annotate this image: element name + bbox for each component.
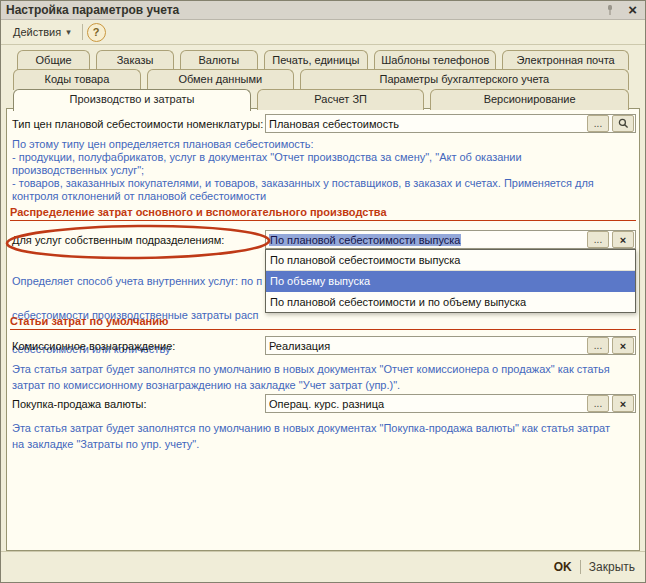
pin-icon[interactable] (603, 3, 617, 17)
tab-row-3: Производство и затраты Расчет ЗП Версион… (1, 89, 645, 109)
tab-elektronnaya-pochta[interactable]: Электронная почта (502, 50, 629, 70)
commission-help-text: Эта статья затрат будет заполнятся по ум… (12, 361, 631, 393)
settings-dialog: Настройка параметров учета × Действия ▾ … (0, 0, 646, 583)
tab-row-2: Коды товара Обмен данными Параметры бухг… (1, 69, 645, 89)
price-type-help-text: По этому типу цен определяется плановая … (12, 138, 631, 203)
magnifier-icon[interactable] (612, 115, 634, 132)
tab-versionirovanie[interactable]: Версионирование (430, 89, 629, 110)
dropdown-option[interactable]: По плановой себестоимости выпуска (266, 250, 635, 271)
tab-raschet-zp[interactable]: Расчет ЗП (257, 89, 424, 110)
tab-panel-production-costs: Тип цен плановой себестоимости номенклат… (6, 108, 640, 551)
footer-separator (580, 560, 581, 574)
tab-row-1: Общие Заказы Валюты Печать, единицы Шабл… (1, 50, 645, 69)
own-services-dropdown-list: По плановой себестоимости выпуска По объ… (265, 249, 636, 313)
own-services-help-line: Определяет способ учета внутренних услуг… (12, 273, 264, 290)
currency-label: Покупка-продажа валюты: (12, 398, 147, 410)
tab-zakazy[interactable]: Заказы (96, 50, 174, 70)
dropdown-option-highlighted[interactable]: По объему выпуска (266, 271, 635, 292)
commission-value: Реализация (269, 340, 585, 352)
currency-clear-button[interactable]: × (612, 395, 634, 412)
window-title: Настройка параметров учета (6, 3, 603, 17)
toolbar: Действия ▾ ? (1, 20, 645, 45)
price-type-value: Плановая себестоимость (269, 118, 585, 130)
tab-kody-tovara[interactable]: Коды товара (13, 69, 141, 90)
actions-menu-button[interactable]: Действия ▾ (6, 23, 78, 41)
dropdown-option[interactable]: По плановой себестоимости и по объему вы… (266, 292, 635, 312)
actions-label: Действия (13, 26, 61, 38)
tab-shablony-telefonov[interactable]: Шаблоны телефонов (374, 50, 496, 70)
tab-obshchie[interactable]: Общие (17, 50, 90, 70)
own-services-select-button[interactable]: ... (587, 231, 609, 248)
own-services-value: По плановой себестоимости выпуска (269, 234, 461, 246)
currency-help-text: Эта статья затрат будет заполнятся по ум… (12, 420, 631, 452)
tab-pechat-edinitsy[interactable]: Печать, единицы (264, 50, 368, 70)
currency-value: Операц. курс. разница (269, 398, 585, 410)
toolbar-separator (82, 24, 83, 40)
close-button[interactable]: Закрыть (589, 560, 635, 574)
own-services-combo-input[interactable]: По плановой себестоимости выпуска ... × (265, 230, 636, 249)
tab-obmen-dannymi[interactable]: Обмен данными (147, 69, 294, 90)
commission-label: Комиссионное вознаграждение: (12, 340, 175, 352)
help-button[interactable]: ? (87, 23, 106, 42)
tab-proizvodstvo-i-zatraty[interactable]: Производство и затраты (13, 89, 251, 111)
footer: OK Закрыть (1, 551, 645, 582)
price-type-input[interactable]: Плановая себестоимость ... (265, 114, 636, 133)
chevron-down-icon: ▾ (66, 27, 71, 37)
commission-select-button[interactable]: ... (587, 337, 609, 354)
commission-clear-button[interactable]: × (612, 337, 634, 354)
currency-select-button[interactable]: ... (587, 395, 609, 412)
currency-input[interactable]: Операц. курс. разница ... × (265, 394, 636, 413)
own-services-label: Для услуг собственным подразделениям: (12, 234, 224, 246)
price-type-select-button[interactable]: ... (587, 115, 609, 132)
tab-parametry-bukhgalterskogo-ucheta[interactable]: Параметры бухгалтерского учета (300, 69, 629, 90)
commission-input[interactable]: Реализация ... × (265, 336, 636, 355)
price-type-label: Тип цен плановой себестоимости номенклат… (12, 118, 263, 130)
section-default-cost-items-header: Статьи затрат по умолчанию (10, 315, 636, 330)
close-icon[interactable]: × (625, 3, 640, 17)
titlebar: Настройка параметров учета × (1, 1, 645, 20)
tab-valyuty[interactable]: Валюты (180, 50, 258, 70)
section-distribution-header: Распределение затрат основного и вспомог… (10, 206, 636, 221)
own-services-clear-button[interactable]: × (612, 231, 634, 248)
ok-button[interactable]: OK (554, 560, 572, 574)
